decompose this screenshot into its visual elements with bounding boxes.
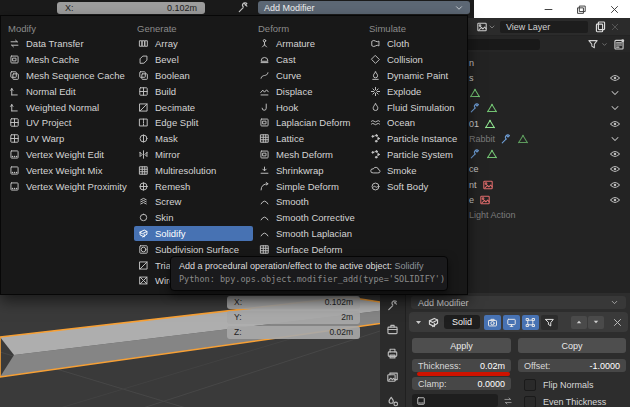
flip-normals-checkbox[interactable]: Flip Normals: [524, 379, 594, 391]
menu-item-smooth-laplacian[interactable]: Smooth Laplacian: [255, 226, 365, 242]
chevron-down-icon[interactable]: [608, 87, 622, 99]
move-up-button[interactable]: [571, 316, 587, 329]
visibility-eye-icon[interactable]: [608, 179, 622, 191]
visibility-eye-icon[interactable]: [608, 148, 622, 160]
clamp-field[interactable]: Clamp: 0.0000: [412, 377, 511, 390]
menu-item-uv-project[interactable]: UV Project: [5, 115, 133, 131]
tool-icon[interactable]: [236, 1, 250, 14]
outliner-row[interactable]: nt: [468, 177, 630, 192]
menu-item-edge-split[interactable]: Edge Split: [134, 115, 253, 131]
expand-triangle-icon[interactable]: [414, 318, 423, 327]
add-modifier-dropdown-button[interactable]: Add Modifier: [258, 1, 470, 14]
menu-item-curve[interactable]: Curve: [255, 68, 365, 84]
menu-item-bevel[interactable]: Bevel: [134, 52, 253, 68]
chevron-down-icon[interactable]: [608, 133, 622, 145]
thickness-field[interactable]: Thickness: 0.02m: [412, 359, 511, 372]
menu-item-mesh-cache[interactable]: Mesh Cache: [5, 52, 133, 68]
toggle-cage-button[interactable]: [541, 315, 558, 330]
close-button[interactable]: [609, 4, 620, 15]
menu-item-mesh-sequence-cache[interactable]: Mesh Sequence Cache: [5, 68, 133, 84]
even-thickness-checkbox[interactable]: Even Thickness: [524, 396, 606, 407]
filter-options-icon[interactable]: [612, 38, 626, 51]
offset-field[interactable]: Offset: -1.0000: [518, 359, 626, 372]
outliner-row[interactable]: Rabbit: [468, 131, 630, 146]
menu-item-solidify[interactable]: Solidify: [134, 226, 253, 242]
menu-item-displace[interactable]: Displace: [255, 83, 365, 99]
new-view-layer-button[interactable]: [594, 20, 607, 33]
menu-item-cast[interactable]: Cast: [255, 52, 365, 68]
search-input[interactable]: [468, 39, 540, 50]
chevron-down-icon[interactable]: [608, 102, 622, 114]
menu-item-normal-edit[interactable]: Normal Edit: [5, 83, 133, 99]
menu-item-smoke[interactable]: Smoke: [366, 162, 465, 178]
menu-item-vertex-weight-proximity[interactable]: Vertex Weight Proximity: [5, 178, 133, 194]
maximize-restore-button[interactable]: [576, 4, 587, 15]
menu-item-laplacian-deform[interactable]: Laplacian Deform: [255, 115, 365, 131]
view-layer-properties-tab-icon[interactable]: [386, 371, 399, 384]
vertex-group-field[interactable]: [412, 394, 498, 407]
menu-item-data-transfer[interactable]: Data Transfer: [5, 36, 133, 52]
menu-item-multiresolution[interactable]: Multiresolution: [134, 162, 253, 178]
apply-button[interactable]: Apply: [412, 338, 511, 353]
view-layer-field[interactable]: View Layer: [500, 21, 588, 33]
outliner-row[interactable]: 01: [468, 116, 630, 131]
menu-item-mask[interactable]: Mask: [134, 131, 253, 147]
menu-item-smooth-corrective[interactable]: Smooth Corrective: [255, 210, 365, 226]
output-properties-tab-icon[interactable]: [386, 347, 399, 360]
menu-item-soft-body[interactable]: Soft Body: [366, 178, 465, 194]
menu-item-mesh-deform[interactable]: Mesh Deform: [255, 147, 365, 163]
menu-item-lattice[interactable]: Lattice: [255, 131, 365, 147]
menu-item-remesh[interactable]: Remesh: [134, 178, 253, 194]
chevron-down-icon[interactable]: [601, 41, 608, 48]
visibility-eye-icon[interactable]: [608, 163, 622, 175]
menu-item-smooth[interactable]: Smooth: [255, 194, 365, 210]
menu-item-armature[interactable]: Armature: [255, 36, 365, 52]
menu-item-explode[interactable]: Explode: [366, 83, 465, 99]
menu-item-fluid-simulation[interactable]: Fluid Simulation: [366, 99, 465, 115]
outliner-row[interactable]: s: [468, 70, 630, 85]
menu-item-mirror[interactable]: Mirror: [134, 147, 253, 163]
menu-item-cloth[interactable]: Cloth: [366, 36, 465, 52]
minimize-button[interactable]: [543, 4, 554, 15]
menu-item-screw[interactable]: Screw: [134, 194, 253, 210]
outliner-row[interactable]: [468, 147, 630, 162]
visibility-eye-icon[interactable]: [608, 118, 622, 130]
transform-field-x[interactable]: X:0.102m: [227, 296, 360, 309]
remove-view-layer-button[interactable]: [610, 22, 620, 32]
menu-item-vertex-weight-mix[interactable]: Vertex Weight Mix: [5, 162, 133, 178]
transform-field-z[interactable]: Z:0.02m: [227, 326, 360, 339]
copy-button[interactable]: Copy: [518, 338, 626, 353]
outliner-row[interactable]: n: [468, 55, 630, 70]
visibility-eye-icon[interactable]: [608, 72, 622, 84]
menu-item-ocean[interactable]: Ocean: [366, 115, 465, 131]
menu-item-particle-system[interactable]: Particle System: [366, 147, 465, 163]
transform-field-y[interactable]: Y:2m: [227, 311, 360, 324]
menu-item-decimate[interactable]: Decimate: [134, 99, 253, 115]
visibility-eye-icon[interactable]: [608, 194, 622, 206]
menu-item-skin[interactable]: Skin: [134, 210, 253, 226]
menu-item-particle-instance[interactable]: Particle Instance: [366, 131, 465, 147]
menu-item-build[interactable]: Build: [134, 83, 253, 99]
menu-item-subdivision-surface[interactable]: Subdivision Surface: [134, 241, 253, 257]
toggle-render-button[interactable]: [484, 315, 501, 330]
menu-item-simple-deform[interactable]: Simple Deform: [255, 178, 365, 194]
outliner-row[interactable]: ce: [468, 162, 630, 177]
render-properties-tab-icon[interactable]: [386, 323, 399, 336]
menu-item-shrinkwrap[interactable]: Shrinkwrap: [255, 162, 365, 178]
menu-item-collision[interactable]: Collision: [366, 52, 465, 68]
delete-modifier-button[interactable]: [612, 317, 623, 328]
outliner-row[interactable]: [468, 86, 630, 101]
outliner-row[interactable]: [468, 101, 630, 116]
menu-item-boolean[interactable]: Boolean: [134, 68, 253, 84]
outliner-row[interactable]: e: [468, 192, 630, 207]
tool-tab-icon[interactable]: [386, 299, 399, 312]
toggle-realtime-button[interactable]: [503, 315, 520, 330]
menu-item-dynamic-paint[interactable]: Dynamic Paint: [366, 68, 465, 84]
modifier-name-field[interactable]: Solid: [444, 315, 480, 329]
swap-icon[interactable]: [502, 396, 514, 406]
outliner-row[interactable]: Light Action: [468, 208, 630, 223]
menu-item-hook[interactable]: Hook: [255, 99, 365, 115]
editor-type-selector[interactable]: [476, 21, 496, 33]
filter-funnel-icon[interactable]: [586, 38, 600, 50]
menu-item-array[interactable]: Array: [134, 36, 253, 52]
